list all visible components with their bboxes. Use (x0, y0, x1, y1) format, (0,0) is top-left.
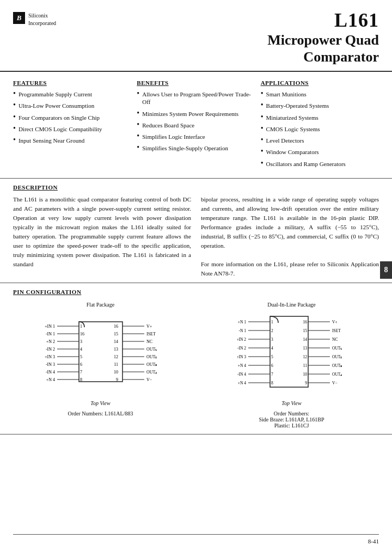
benefits-heading: BENEFITS (137, 79, 255, 86)
svg-text:NC: NC (332, 337, 338, 342)
svg-text:11: 11 (303, 363, 307, 368)
svg-text:ISET: ISET (332, 328, 341, 333)
flat-package-diagram: +IN 1 1 -IN 1 16 +N 2 3 -IN 2 4 (41, 311, 161, 398)
svg-text:-IN 2: -IN 2 (237, 346, 246, 351)
svg-text:10: 10 (114, 370, 118, 375)
svg-text:OUT₄: OUT₄ (332, 372, 342, 377)
model-number: L161 (267, 10, 379, 32)
svg-text:13: 13 (114, 347, 118, 352)
list-item: Programmable Supply Current (13, 90, 131, 98)
dip-package-title: Dual-In-Line Package (204, 302, 379, 308)
svg-text:OUT₂: OUT₂ (332, 354, 342, 359)
svg-text:7: 7 (80, 370, 82, 375)
description-text: The L161 is a monolithic quad comparator… (13, 195, 379, 278)
features-column: FEATURES Programmable Supply Current Ult… (13, 79, 137, 172)
dip-top-view-label: Top View (204, 400, 379, 406)
svg-text:8: 8 (271, 381, 273, 385)
list-item: Simplifies Logic Interface (137, 133, 255, 140)
svg-text:8: 8 (80, 377, 82, 382)
benefits-list: Allows User to Program Speed/Power Trade… (137, 90, 255, 152)
svg-text:1: 1 (80, 324, 82, 329)
list-item: Smart Munitions (261, 90, 379, 98)
dip-package-diagram: +N 1 1 -N 1 2 +IN 2 3 -IN 2 4 +IN 3 5 +N (237, 311, 346, 398)
svg-text:V−: V− (146, 377, 152, 382)
svg-text:-IN 1: -IN 1 (45, 332, 54, 336)
list-item: Reduces Board Space (137, 121, 255, 129)
svg-text:3: 3 (271, 337, 273, 342)
svg-text:V+: V+ (332, 320, 338, 325)
svg-text:OUT₃: OUT₃ (146, 362, 157, 367)
svg-text:9: 9 (305, 381, 307, 385)
svg-text:10: 10 (303, 372, 307, 377)
svg-text:OUT₂: OUT₂ (146, 354, 157, 359)
svg-text:5: 5 (80, 354, 82, 359)
product-title-line2: Comparator (267, 48, 379, 65)
svg-text:+N 2: +N 2 (46, 339, 54, 344)
svg-text:OUT₄: OUT₄ (146, 370, 157, 375)
svg-text:11: 11 (114, 362, 118, 367)
flat-package-svg: +IN 1 1 -IN 1 16 +N 2 3 -IN 2 4 (41, 311, 161, 398)
features-benefits-applications: FEATURES Programmable Supply Current Ult… (0, 72, 392, 179)
svg-text:3: 3 (80, 339, 82, 344)
pin-diagrams: Flat Package +IN 1 1 -IN 1 16 (13, 302, 379, 428)
svg-text:+IN 3: +IN 3 (45, 354, 55, 359)
description-col1: The L161 is a monolithic quad comparator… (13, 195, 191, 278)
svg-text:+N 4: +N 4 (46, 377, 54, 382)
benefits-column: BENEFITS Allows User to Program Speed/Po… (137, 79, 260, 172)
description-heading: DESCRIPTION (13, 184, 379, 191)
pin-config-heading: PIN CONFIGURATION (13, 289, 379, 295)
svg-text:15: 15 (114, 332, 118, 336)
section-tab: 8 (380, 261, 392, 279)
list-item: Battery-Operated Systems (261, 102, 379, 109)
page-number: 8-41 (368, 538, 379, 544)
applications-heading: APPLICATIONS (261, 79, 379, 86)
dip-package-svg: +N 1 1 -N 1 2 +IN 2 3 -IN 2 4 +IN 3 5 +N (237, 311, 346, 398)
dip-package: Dual-In-Line Package +N 1 1 -N 1 2 +IN 2 (199, 302, 379, 428)
svg-text:ISET: ISET (146, 332, 156, 336)
company-name: Siliconix Incorporated (28, 12, 56, 27)
features-list: Programmable Supply Current Ultra-Low Po… (13, 90, 131, 144)
svg-text:-IN 4: -IN 4 (45, 370, 54, 375)
pin-configuration-section: PIN CONFIGURATION Flat Package +IN 1 1 (0, 283, 392, 434)
svg-text:OUT₁: OUT₁ (146, 347, 157, 352)
list-item: Input Sensing Near Ground (13, 137, 131, 144)
svg-text:4: 4 (80, 347, 82, 352)
title-area: L161 Micropower Quad Comparator (267, 10, 379, 65)
features-heading: FEATURES (13, 79, 131, 86)
flat-package: Flat Package +IN 1 1 -IN 1 16 (13, 302, 199, 428)
description-col2: bipolar process, resulting in a wide ran… (201, 195, 379, 278)
flat-top-view-label: Top View (13, 400, 188, 406)
svg-rect-49 (270, 316, 308, 387)
svg-text:14: 14 (114, 339, 118, 344)
list-item: Ultra-Low Power Consumption (13, 102, 131, 109)
list-item: Window Comparators (261, 148, 379, 156)
svg-text:+IN 2: +IN 2 (237, 337, 246, 342)
svg-text:9: 9 (116, 377, 118, 382)
list-item: Miniaturized Systems (261, 114, 379, 121)
list-item: CMOS Logic Systems (261, 125, 379, 133)
list-item: Allows User to Program Speed/Power Trade… (137, 90, 255, 106)
list-item: Direct CMOS Logic Compatibility (13, 125, 131, 133)
list-item: Level Detectors (261, 137, 379, 144)
applications-column: APPLICATIONS Smart Munitions Battery-Ope… (261, 79, 379, 172)
svg-text:-N 1: -N 1 (238, 328, 246, 333)
svg-text:15: 15 (303, 328, 307, 333)
list-item: Oscillators and Ramp Generators (261, 160, 379, 168)
svg-text:1: 1 (271, 320, 273, 325)
svg-text:16: 16 (80, 332, 84, 336)
list-item: Four Comparators on Single Chip (13, 114, 131, 121)
svg-text:V+: V+ (146, 324, 152, 329)
product-title-line1: Micropower Quad (267, 32, 379, 48)
svg-text:5: 5 (271, 354, 273, 359)
applications-list: Smart Munitions Battery-Operated Systems… (261, 90, 379, 168)
svg-text:6: 6 (271, 363, 273, 368)
svg-text:-IN 4: -IN 4 (237, 372, 246, 377)
svg-text:4: 4 (271, 346, 273, 351)
svg-text:-IN 3: -IN 3 (45, 362, 54, 367)
svg-text:+N 4: +N 4 (237, 381, 246, 385)
logo-icon: B (13, 12, 25, 24)
header: B Siliconix Incorporated L161 Micropower… (0, 0, 392, 72)
svg-text:NC: NC (146, 339, 152, 344)
svg-text:-IN 2: -IN 2 (45, 347, 54, 352)
logo-area: B Siliconix Incorporated (13, 10, 56, 27)
